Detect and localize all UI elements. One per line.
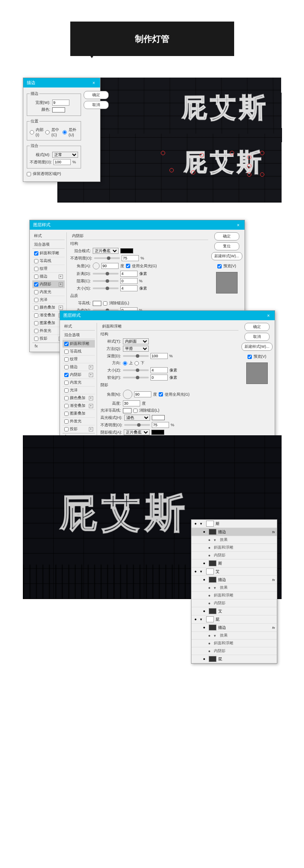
style-item[interactable]: 斜面和浮雕 [32, 250, 65, 257]
color-swatch[interactable] [52, 107, 65, 112]
style-item[interactable]: 光泽 [63, 387, 95, 394]
plus-icon[interactable]: + [89, 373, 93, 377]
style-checkbox[interactable] [64, 419, 69, 424]
style-checkbox[interactable] [64, 357, 69, 362]
disclosure-icon[interactable]: ▾ [214, 586, 218, 590]
style-item[interactable]: 斜面和浮雕 [63, 340, 95, 348]
style-item[interactable]: 纹理 [63, 356, 95, 363]
eye-icon[interactable]: ● [202, 625, 207, 630]
style-checkbox[interactable] [34, 267, 38, 271]
style-checkbox[interactable] [34, 259, 38, 263]
eye-icon[interactable]: ● [207, 593, 212, 598]
soften-slider[interactable] [123, 377, 149, 378]
shadow-swatch[interactable] [151, 430, 164, 435]
eye-icon[interactable]: ● [207, 641, 212, 646]
preview-checkbox[interactable] [217, 264, 222, 269]
plus-icon[interactable]: + [89, 404, 93, 408]
style-item[interactable]: 外发光 [63, 418, 95, 425]
global-checkbox[interactable] [159, 392, 163, 397]
eye-icon[interactable]: ● [193, 569, 198, 574]
style-checkbox[interactable] [34, 298, 38, 302]
eye-icon[interactable]: ● [207, 553, 212, 558]
style-select[interactable]: 内斜面 [123, 338, 149, 344]
style-checkbox[interactable] [64, 381, 69, 385]
newstyle-button[interactable]: 新建样式(W)... [211, 252, 242, 260]
gloss-picker[interactable] [123, 408, 132, 413]
close-icon[interactable]: × [266, 313, 271, 318]
eye-icon[interactable]: ● [207, 546, 212, 550]
layer-row[interactable]: ●描边fx [191, 624, 277, 632]
eye-icon[interactable]: ● [202, 609, 207, 613]
pos-outside-radio[interactable] [63, 130, 67, 134]
mode-select[interactable]: 正常 [52, 152, 78, 158]
layer-row[interactable]: ●屁 [191, 655, 277, 663]
anchor-point[interactable] [200, 153, 204, 157]
size-slider[interactable] [123, 369, 149, 371]
fx-badge[interactable]: fx [272, 626, 275, 630]
layer-row[interactable]: ●▾效果 [191, 584, 277, 592]
color-swatch[interactable] [120, 248, 133, 253]
blend-header[interactable]: 混合选项 [32, 241, 65, 249]
newstyle-button[interactable]: 新建样式(W)... [241, 343, 273, 351]
plus-icon[interactable]: + [89, 396, 93, 400]
disclosure-icon[interactable]: ▾ [214, 634, 218, 638]
layer-row[interactable]: ●▾艾 [191, 568, 277, 576]
style-checkbox[interactable] [34, 275, 38, 279]
layer-row[interactable]: ●描边fx [191, 576, 277, 584]
anchor-point[interactable] [247, 172, 251, 177]
layer-row[interactable]: ●▾斯 [191, 520, 277, 528]
blend-header[interactable]: 混合选项 [63, 331, 95, 339]
style-checkbox[interactable] [64, 350, 69, 354]
layer-row[interactable]: ●内阴影 [191, 599, 277, 607]
dialog-titlebar[interactable]: 描边 × [23, 78, 100, 87]
size-input[interactable] [150, 367, 168, 373]
style-checkbox[interactable] [64, 404, 69, 408]
opacity-input[interactable] [122, 255, 139, 261]
style-checkbox[interactable] [34, 313, 38, 318]
plus-icon[interactable]: + [89, 365, 93, 369]
style-item[interactable]: 内阴影+ [32, 281, 65, 288]
anchor-point[interactable] [230, 151, 234, 155]
preserve-checkbox[interactable] [27, 172, 31, 176]
distance-input[interactable] [120, 271, 138, 277]
disclosure-icon[interactable]: ▾ [200, 521, 204, 526]
blendmode-select[interactable]: 正片叠底 [93, 248, 119, 254]
cancel-button[interactable]: 取消 [84, 101, 109, 109]
style-checkbox[interactable] [64, 373, 69, 377]
layer-row[interactable]: ●斜面和浮雕 [191, 592, 277, 599]
style-item[interactable]: 内发光 [32, 288, 65, 296]
close-icon[interactable]: × [236, 222, 241, 228]
eye-icon[interactable]: ● [202, 561, 207, 565]
style-checkbox[interactable] [34, 329, 38, 333]
anti-checkbox[interactable] [103, 301, 107, 306]
anchor-point[interactable] [260, 151, 264, 155]
layer-row[interactable]: ●斜面和浮雕 [191, 640, 277, 647]
distance-slider[interactable] [93, 273, 119, 275]
cancel-button[interactable]: 取消 [244, 333, 270, 341]
depth-input[interactable] [150, 353, 168, 359]
style-checkbox[interactable] [64, 427, 69, 431]
disclosure-icon[interactable]: ▾ [214, 538, 218, 542]
anchor-point[interactable] [247, 155, 251, 159]
technique-select[interactable]: 平滑 [123, 346, 149, 352]
opacity-slider[interactable] [94, 257, 120, 259]
eye-icon[interactable]: ● [207, 586, 212, 590]
eye-icon[interactable]: ● [207, 649, 212, 653]
style-item[interactable]: 图案叠加 [63, 410, 95, 418]
style-item[interactable]: 描边+ [32, 273, 65, 281]
style-checkbox[interactable] [64, 365, 69, 369]
style-item[interactable]: 渐变叠加+ [63, 402, 95, 410]
plus-icon[interactable]: + [59, 306, 63, 310]
altitude-input[interactable] [123, 400, 140, 406]
style-checkbox[interactable] [34, 306, 38, 310]
layer-row[interactable]: ●艾 [191, 607, 277, 615]
style-checkbox[interactable] [64, 396, 69, 400]
ok-button[interactable]: 确定 [84, 91, 109, 99]
anchor-point[interactable] [169, 168, 174, 172]
layer-row[interactable]: ●斯 [191, 559, 277, 568]
highlight-opacity-slider[interactable] [124, 424, 150, 426]
style-checkbox[interactable] [34, 251, 38, 256]
depth-slider[interactable] [123, 355, 149, 357]
global-checkbox[interactable] [126, 264, 130, 268]
style-item[interactable]: 等高线 [32, 257, 65, 265]
